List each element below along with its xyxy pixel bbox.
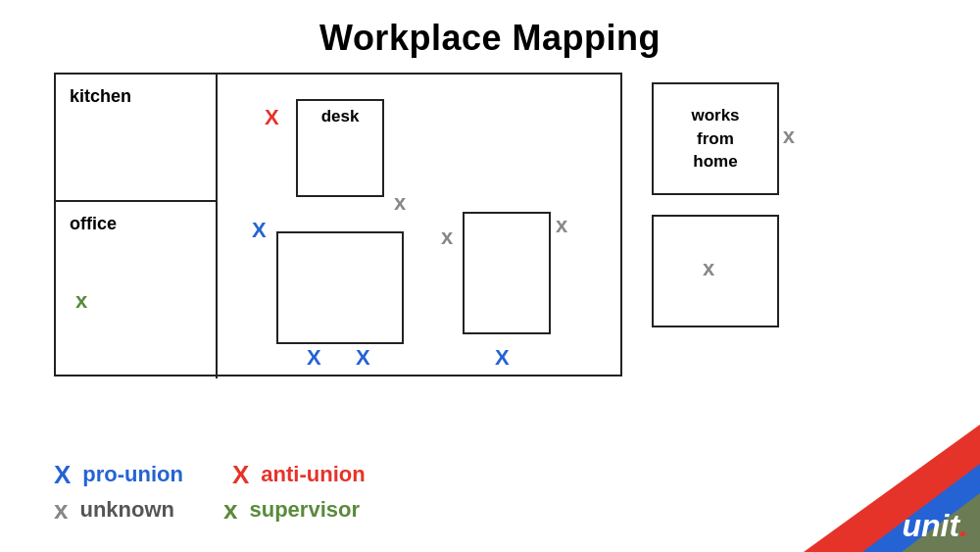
- legend: X pro-union X anti-union x unknown x sup…: [54, 462, 366, 523]
- corner-decoration: unit.: [804, 425, 980, 552]
- x-gray-2: x: [441, 226, 453, 248]
- legend-item-pro-union: X pro-union: [54, 462, 183, 487]
- legend-item-supervisor: x supervisor: [223, 497, 360, 523]
- page-title: Workplace Mapping: [0, 0, 980, 59]
- corner-logo: unit.: [902, 508, 968, 544]
- main-content: kitchen office x desk X x X x x X X: [0, 73, 980, 376]
- x-gray-empty: x: [703, 258, 714, 279]
- legend-label-anti-union: anti-union: [261, 462, 365, 487]
- legend-label-supervisor: supervisor: [249, 497, 360, 523]
- desk-label: desk: [321, 107, 360, 126]
- furniture-box-1: [276, 231, 404, 344]
- corner-dot: .: [959, 508, 968, 543]
- works-from-home-box: worksfromhome x: [652, 82, 779, 195]
- x-gray-3: x: [556, 215, 567, 236]
- office-label: office: [56, 202, 216, 234]
- kitchen-section: kitchen: [56, 75, 218, 202]
- x-red-desk: X: [265, 107, 279, 128]
- x-blue-1: X: [252, 220, 267, 241]
- desk-box: desk: [296, 99, 384, 197]
- x-blue-3: X: [356, 347, 370, 369]
- office-section: office x: [56, 202, 218, 378]
- x-gray-wfh: x: [783, 125, 795, 147]
- x-green-office: x: [75, 290, 87, 312]
- legend-x-pro-union: X: [54, 462, 71, 487]
- x-blue-4: X: [495, 347, 510, 369]
- legend-label-pro-union: pro-union: [82, 462, 183, 487]
- legend-x-anti-union: X: [232, 462, 249, 487]
- legend-item-anti-union: X anti-union: [232, 462, 366, 487]
- legend-label-unknown: unknown: [79, 497, 174, 523]
- legend-row-2: x unknown x supervisor: [54, 497, 366, 523]
- x-blue-2: X: [307, 347, 321, 369]
- furniture-box-2: [463, 212, 551, 334]
- legend-x-supervisor: x: [223, 497, 237, 523]
- legend-item-unknown: x unknown: [54, 497, 174, 523]
- works-from-home-label: worksfromhome: [681, 104, 749, 174]
- side-boxes: worksfromhome x x: [652, 73, 779, 376]
- empty-box: x: [652, 215, 779, 327]
- legend-row-1: X pro-union X anti-union: [54, 462, 366, 487]
- x-gray-1: x: [394, 192, 406, 214]
- kitchen-label: kitchen: [56, 75, 216, 107]
- floor-plan: kitchen office x desk X x X x x X X: [54, 73, 622, 376]
- legend-x-unknown: x: [54, 497, 68, 523]
